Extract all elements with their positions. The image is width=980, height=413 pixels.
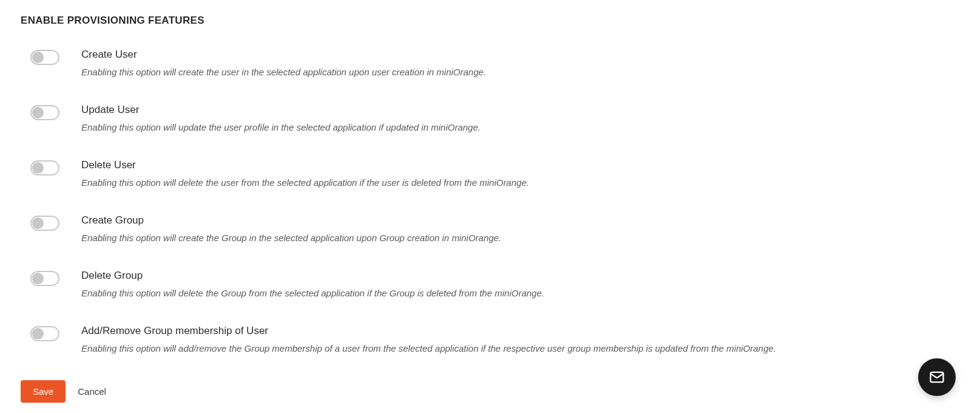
button-row: Save Cancel [21,380,959,403]
toggle-delete-user[interactable] [30,160,59,176]
feature-title: Update User [81,104,959,116]
feature-row-create-group: Create Group Enabling this option will c… [30,214,959,243]
toggle-knob [32,107,44,118]
toggle-create-group[interactable] [30,216,59,231]
toggle-knob [32,217,44,229]
cancel-button[interactable]: Cancel [78,380,106,403]
chat-fab[interactable] [918,358,956,396]
toggle-knob [32,162,44,174]
feature-description: Enabling this option will create the use… [81,67,959,77]
feature-title: Add/Remove Group membership of User [81,325,959,337]
feature-description: Enabling this option will delete the Gro… [81,288,959,298]
feature-text: Delete Group Enabling this option will d… [81,270,959,298]
feature-list: Create User Enabling this option will cr… [21,49,959,353]
feature-description: Enabling this option will delete the use… [81,177,959,188]
feature-title: Delete User [81,159,959,171]
toggle-knob [32,273,44,284]
feature-description: Enabling this option will update the use… [81,122,959,132]
toggle-knob [32,52,44,63]
section-title: ENABLE PROVISIONING FEATURES [21,15,959,27]
feature-text: Add/Remove Group membership of User Enab… [81,325,959,353]
feature-text: Create Group Enabling this option will c… [81,214,959,243]
save-button[interactable]: Save [21,380,66,403]
feature-title: Delete Group [81,270,959,282]
toggle-update-user[interactable] [30,105,59,120]
feature-text: Update User Enabling this option will up… [81,104,959,132]
feature-title: Create User [81,49,959,61]
feature-description: Enabling this option will add/remove the… [81,343,959,353]
feature-row-delete-group: Delete Group Enabling this option will d… [30,270,959,298]
feature-text: Create User Enabling this option will cr… [81,49,959,77]
toggle-knob [32,328,44,340]
toggle-delete-group[interactable] [30,271,59,286]
feature-row-update-user: Update User Enabling this option will up… [30,104,959,132]
feature-title: Create Group [81,214,959,227]
feature-row-group-membership: Add/Remove Group membership of User Enab… [30,325,959,353]
feature-row-delete-user: Delete User Enabling this option will de… [30,159,959,188]
toggle-create-user[interactable] [30,50,59,65]
feature-row-create-user: Create User Enabling this option will cr… [30,49,959,77]
mail-icon [928,369,945,386]
feature-description: Enabling this option will create the Gro… [81,233,959,243]
feature-text: Delete User Enabling this option will de… [81,159,959,188]
toggle-group-membership[interactable] [30,326,59,341]
